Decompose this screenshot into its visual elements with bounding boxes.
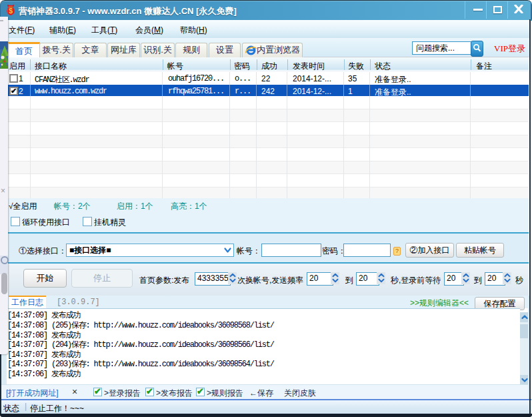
svg-text:$: $ [9, 7, 13, 15]
